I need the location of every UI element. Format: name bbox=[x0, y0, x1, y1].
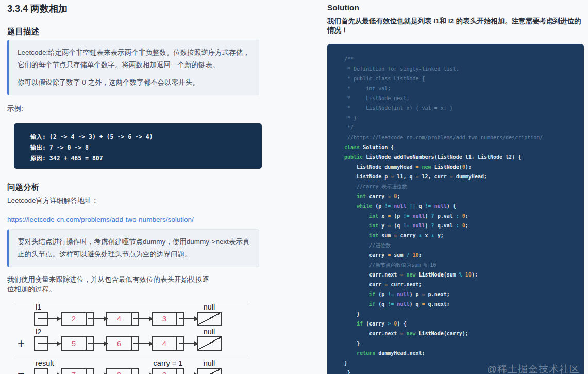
solution-heading: Solution bbox=[327, 3, 585, 13]
node-value: 2 bbox=[62, 313, 86, 325]
node-pointer-cell bbox=[86, 337, 93, 350]
node-value: 4 bbox=[153, 337, 176, 350]
list-label: l1 bbox=[36, 302, 41, 312]
diagram-node-line: 243 bbox=[15, 312, 262, 326]
node-value: 8 bbox=[153, 369, 176, 374]
code-line: //进位数 bbox=[344, 240, 584, 250]
operator-sign: + bbox=[15, 336, 34, 351]
diagram-row-result: resultcarry = 1null=708 bbox=[15, 359, 262, 374]
node-pointer-cell bbox=[131, 337, 138, 350]
dummy-node-tip-quote: 要对头结点进行操作时，考虑创建哑节点dummy，使用dummy->next表示真… bbox=[7, 229, 259, 267]
node-value: 3 bbox=[153, 313, 176, 325]
solution-intro: 我们首先从最低有效位也就是列表 l1和 l2 的表头开始相加。注意需要考虑到进位… bbox=[327, 17, 585, 35]
list-node-box: 0 bbox=[106, 368, 139, 374]
solution-link[interactable]: https://leetcode-cn.com/problems/add-two… bbox=[7, 216, 194, 223]
example-code-block: 输入: (2 -> 4 -> 3) + (5 -> 6 -> 4)输出: 7 -… bbox=[14, 123, 262, 169]
linked-list-diagram: l1null243l2null+564resultcarry = 1null=7… bbox=[7, 302, 262, 374]
solution-code-block: /** * Definition for singly-linked list.… bbox=[327, 44, 584, 374]
code-line: //carry 表示进位数 bbox=[344, 182, 584, 191]
list-node-box: 6 bbox=[106, 336, 139, 351]
analysis-intro: Leetcode官方详细解答地址： bbox=[7, 196, 262, 205]
problem-quote-paragraph: Leetcode:给定两个非空链表来表示两个非负整数。位数按照逆序方式存储，它们… bbox=[18, 46, 250, 71]
code-line: ListNode p = l1, q = l2, curr = dummyHea… bbox=[344, 172, 584, 182]
example-label: 示例: bbox=[7, 104, 262, 113]
list-node-box: 4 bbox=[106, 312, 139, 326]
page-title: 3.3.4 两数相加 bbox=[7, 3, 262, 15]
node-value: 5 bbox=[62, 337, 86, 350]
section-heading-analysis: 问题分析 bbox=[7, 182, 262, 192]
code-line: //https://leetcode-cn.com/problems/add-t… bbox=[344, 133, 584, 142]
code-line: //新节点的数值为sum % 10 bbox=[344, 260, 584, 270]
head-pointer-box bbox=[34, 312, 48, 326]
code-line: * ListNode next; bbox=[344, 93, 584, 103]
node-pointer-cell bbox=[86, 313, 93, 325]
null-label: null bbox=[197, 359, 222, 368]
left-column: 3.3.4 两数相加 题目描述 Leetcode:给定两个非空链表来表示两个非负… bbox=[7, 0, 262, 374]
code-line: * ListNode(int x) { val = x; } bbox=[344, 103, 584, 113]
carry-paragraph: 我们使用变量来跟踪进位，并从包含最低有效位的表头开始模拟逐 位相加的过程。 bbox=[7, 274, 262, 294]
code-line: int sum = carry + x + y; bbox=[344, 231, 584, 240]
carry-paragraph-line: 我们使用变量来跟踪进位，并从包含最低有效位的表头开始模拟逐 bbox=[7, 274, 262, 284]
null-label: null bbox=[197, 302, 222, 312]
example-line: 原因: 342 + 465 = 807 bbox=[30, 153, 262, 164]
head-pointer-box bbox=[34, 336, 48, 351]
code-line: * } bbox=[344, 113, 584, 123]
code-line: } bbox=[344, 309, 584, 319]
node-pointer-cell bbox=[131, 313, 138, 325]
null-label: null bbox=[197, 327, 222, 336]
code-line: * Definition for singly-linked list. bbox=[344, 64, 584, 74]
node-value: 7 bbox=[62, 369, 86, 374]
node-value: 4 bbox=[107, 313, 131, 325]
list-node-box: 4 bbox=[152, 336, 184, 351]
list-node-box: 5 bbox=[61, 336, 94, 351]
diagram-row-labels: resultcarry = 1null bbox=[34, 359, 262, 368]
code-line: if (carry > 0) { bbox=[344, 319, 584, 329]
example-line: 输出: 7 -> 0 -> 8 bbox=[30, 142, 262, 153]
code-line: * int val; bbox=[344, 84, 584, 93]
diagram-separator bbox=[15, 355, 248, 355]
code-line: curr.next = new ListNode(carry); bbox=[344, 329, 584, 338]
carry-label: carry = 1 bbox=[142, 359, 194, 368]
solution-code: /** * Definition for singly-linked list.… bbox=[344, 54, 584, 374]
node-value: 6 bbox=[107, 337, 131, 350]
diagram-node-line: =708 bbox=[15, 368, 262, 374]
node-pointer-cell bbox=[131, 369, 138, 374]
problem-quote: Leetcode:给定两个非空链表来表示两个非负整数。位数按照逆序方式存储，它们… bbox=[7, 40, 259, 95]
code-line: carry = sum / 10; bbox=[344, 250, 584, 260]
code-line: return dummyHead.next; bbox=[344, 348, 584, 358]
section-heading-problem: 题目描述 bbox=[7, 26, 262, 37]
carry-paragraph-line: 位相加的过程。 bbox=[7, 284, 262, 294]
code-line: curr.next = new ListNode(sum % 10); bbox=[344, 270, 584, 280]
code-line: curr = curr.next; bbox=[344, 280, 584, 289]
operator-sign: = bbox=[15, 368, 34, 374]
diagram-row-l2: l2null+564 bbox=[15, 327, 262, 351]
node-value: 0 bbox=[107, 369, 131, 374]
problem-quote-paragraph: 你可以假设除了数字 0 之外，这两个数字都不会以零开头。 bbox=[18, 76, 250, 89]
head-pointer-box bbox=[34, 368, 48, 374]
code-line: /** bbox=[344, 54, 584, 64]
code-line: int x = (p != null) ? p.val : 0; bbox=[344, 211, 584, 221]
null-box bbox=[197, 368, 222, 374]
list-node-box: 8 bbox=[152, 368, 184, 374]
code-line: class Solution { bbox=[344, 142, 584, 152]
node-pointer-cell bbox=[176, 337, 183, 350]
code-line: * public class ListNode { bbox=[344, 74, 584, 84]
code-line: if (q != null) q = q.next; bbox=[344, 299, 584, 309]
code-line: } bbox=[344, 338, 584, 348]
list-label: result bbox=[36, 359, 54, 368]
right-column: Solution 我们首先从最低有效位也就是列表 l1和 l2 的表头开始相加。… bbox=[327, 0, 585, 374]
tip-quote-paragraph: 要对头结点进行操作时，考虑创建哑节点dummy，使用dummy->next表示真… bbox=[18, 236, 250, 261]
example-line: 输入: (2 -> 4 -> 3) + (5 -> 6 -> 4) bbox=[30, 132, 262, 142]
list-node-box: 7 bbox=[61, 368, 94, 374]
code-line: if (p != null) p = p.next; bbox=[344, 289, 584, 299]
diagram-row-l1: l1null243 bbox=[15, 302, 262, 326]
diagram-node-line: +564 bbox=[15, 336, 262, 351]
list-label: l2 bbox=[36, 327, 41, 336]
code-line: while (p != null || q != null) { bbox=[344, 201, 584, 211]
list-node-box: 2 bbox=[61, 312, 94, 326]
code-line: public ListNode addTwoNumbers(ListNode l… bbox=[344, 152, 584, 162]
node-pointer-cell bbox=[176, 313, 183, 325]
node-pointer-cell bbox=[86, 369, 93, 374]
code-line: int y = (q != null) ? q.val : 0; bbox=[344, 221, 584, 231]
node-pointer-cell bbox=[176, 369, 183, 374]
